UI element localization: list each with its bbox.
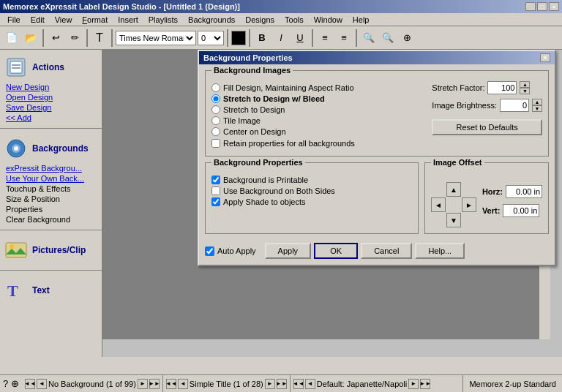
menu-backgrounds[interactable]: Backgrounds bbox=[184, 15, 239, 25]
arrow-left-btn[interactable]: ◄ bbox=[431, 197, 446, 212]
nav1-prev-btn[interactable]: ◄ bbox=[37, 379, 47, 389]
nav2-prev-btn[interactable]: ◄ bbox=[178, 379, 188, 389]
nav2-next-btn[interactable]: ► bbox=[265, 379, 275, 389]
dialog-close-button[interactable]: × bbox=[540, 53, 550, 62]
nav3-next-btn[interactable]: ► bbox=[408, 379, 419, 389]
ok-button[interactable]: OK bbox=[314, 243, 358, 259]
minimize-button[interactable]: _ bbox=[525, 2, 536, 11]
open-btn[interactable]: 📂 bbox=[22, 29, 40, 47]
reset-defaults-button[interactable]: Reset to Defaults bbox=[432, 119, 542, 135]
sidebar-expresit-bg[interactable]: exPressit Backgrou... bbox=[3, 163, 99, 173]
offset-values: Horz: Vert: bbox=[482, 176, 542, 217]
radio-center-input[interactable] bbox=[211, 127, 220, 136]
retain-label[interactable]: Retain properties for all backgrounds bbox=[223, 139, 355, 148]
stretch-up-btn[interactable]: ▲ bbox=[520, 81, 530, 88]
radio-fill-input[interactable] bbox=[211, 83, 220, 92]
auto-apply-label[interactable]: Auto Apply bbox=[217, 246, 256, 255]
brightness-input[interactable] bbox=[500, 99, 529, 112]
brightness-label: Image Brightness: bbox=[432, 101, 497, 110]
bg-shade-checkbox[interactable] bbox=[211, 197, 220, 206]
stretch-factor-label: Stretch Factor: bbox=[432, 83, 484, 92]
radio-fill-label[interactable]: Fill Design, Maintaining Aspect Ratio bbox=[223, 83, 354, 92]
radio-stretch-input[interactable] bbox=[211, 105, 220, 114]
sidebar-properties[interactable]: Properties bbox=[3, 204, 99, 214]
sidebar-open-design[interactable]: Open Design bbox=[3, 92, 99, 102]
sidebar-clear-bg[interactable]: Clear Background bbox=[3, 214, 99, 225]
bg-both-sides-label[interactable]: Use Background on Both Sides bbox=[223, 186, 335, 195]
title-bar-buttons[interactable]: _ □ × bbox=[525, 2, 559, 11]
zoom-in-btn[interactable]: 🔍 bbox=[360, 29, 378, 47]
cursor-btn[interactable]: T bbox=[91, 29, 108, 47]
pen-btn[interactable]: ✏ bbox=[66, 29, 83, 47]
menu-help[interactable]: Help bbox=[348, 15, 374, 25]
undo-btn[interactable]: ↩ bbox=[47, 29, 64, 47]
sidebar-new-design[interactable]: New Design bbox=[3, 82, 99, 92]
italic-btn[interactable]: I bbox=[272, 29, 290, 47]
horz-input[interactable] bbox=[506, 185, 542, 198]
zoom-fit-btn[interactable]: ⊕ bbox=[398, 29, 416, 47]
menu-file[interactable]: File bbox=[3, 15, 25, 25]
menu-designs[interactable]: Designs bbox=[241, 15, 279, 25]
color-box[interactable] bbox=[231, 31, 246, 45]
stretch-down-btn[interactable]: ▼ bbox=[520, 88, 530, 94]
underline-btn[interactable]: U bbox=[291, 29, 309, 47]
menu-window[interactable]: Window bbox=[310, 15, 347, 25]
brightness-down-btn[interactable]: ▼ bbox=[532, 105, 542, 112]
cancel-button[interactable]: Cancel bbox=[361, 243, 412, 259]
radio-center-label[interactable]: Center on Design bbox=[223, 127, 286, 136]
arrow-right-btn[interactable]: ► bbox=[462, 197, 476, 212]
nav3-last-btn[interactable]: ►► bbox=[420, 379, 430, 389]
menu-edit[interactable]: Edit bbox=[26, 15, 49, 25]
brightness-up-btn[interactable]: ▲ bbox=[532, 99, 542, 105]
menu-view[interactable]: View bbox=[50, 15, 77, 25]
bg-printable-row: Background is Printable bbox=[211, 176, 412, 184]
nav3-prev-btn[interactable]: ◄ bbox=[305, 379, 315, 389]
nav1-last-btn[interactable]: ►► bbox=[149, 379, 160, 389]
retain-checkbox[interactable] bbox=[211, 139, 220, 148]
toolbar-sep-7 bbox=[356, 29, 357, 47]
nav2-first-btn[interactable]: ◄◄ bbox=[166, 379, 176, 389]
bg-printable-label[interactable]: Background is Printable bbox=[223, 176, 308, 184]
menu-insert[interactable]: Insert bbox=[113, 15, 143, 25]
align-center-btn[interactable]: ≡ bbox=[335, 29, 353, 47]
image-offset-content: ▲ ◄ ► ▼ bbox=[431, 173, 542, 227]
menu-tools[interactable]: Tools bbox=[280, 15, 308, 25]
sidebar-save-design[interactable]: Save Design bbox=[3, 102, 99, 113]
sidebar-size-position[interactable]: Size & Position bbox=[3, 194, 99, 204]
radio-stretch-label[interactable]: Stretch to Design bbox=[223, 105, 285, 114]
sidebar-use-own-bg[interactable]: Use Your Own Back... bbox=[3, 173, 99, 184]
arrow-down-btn[interactable]: ▼ bbox=[446, 213, 461, 227]
close-button[interactable]: × bbox=[549, 2, 559, 11]
nav1-next-btn[interactable]: ► bbox=[138, 379, 148, 389]
font-name-select[interactable]: Times New Roman bbox=[116, 31, 196, 45]
align-left-btn[interactable]: ≡ bbox=[316, 29, 334, 47]
nav1-first-btn[interactable]: ◄◄ bbox=[25, 379, 35, 389]
horz-row: Horz: bbox=[482, 185, 542, 198]
bg-both-sides-checkbox[interactable] bbox=[211, 186, 220, 195]
zoom-out-btn[interactable]: 🔍 bbox=[379, 29, 397, 47]
vert-input[interactable] bbox=[503, 204, 539, 217]
bg-printable-checkbox[interactable] bbox=[211, 176, 220, 184]
radio-tile-label[interactable]: Tile Image bbox=[223, 116, 261, 125]
arrow-grid-empty-tr bbox=[462, 182, 476, 197]
auto-apply-checkbox[interactable] bbox=[205, 246, 214, 256]
nav3-first-btn[interactable]: ◄◄ bbox=[293, 379, 304, 389]
sidebar-touchup-effects[interactable]: Touchup & Effects bbox=[3, 184, 99, 194]
radio-stretch-bleed-label[interactable]: Stretch to Design w/ Bleed bbox=[223, 94, 325, 103]
radio-stretch-bleed-input[interactable] bbox=[211, 94, 220, 103]
help-button[interactable]: Help... bbox=[415, 243, 465, 259]
arrow-up-btn[interactable]: ▲ bbox=[446, 182, 461, 197]
bold-btn[interactable]: B bbox=[253, 29, 271, 47]
apply-button[interactable]: Apply bbox=[265, 243, 312, 259]
sidebar-add[interactable]: << Add bbox=[3, 113, 99, 123]
font-size-select[interactable]: 0 bbox=[198, 31, 224, 45]
maximize-button[interactable]: □ bbox=[537, 2, 547, 11]
bg-shade-label[interactable]: Apply Shade to objects bbox=[223, 197, 306, 206]
sidebar-divider-2 bbox=[0, 230, 102, 230]
stretch-factor-input[interactable] bbox=[487, 81, 517, 94]
radio-tile-input[interactable] bbox=[211, 116, 220, 125]
menu-format[interactable]: Format bbox=[78, 15, 112, 25]
nav2-last-btn[interactable]: ►► bbox=[277, 379, 287, 389]
new-btn[interactable]: 📄 bbox=[3, 29, 20, 47]
menu-playlists[interactable]: Playlists bbox=[144, 15, 182, 25]
